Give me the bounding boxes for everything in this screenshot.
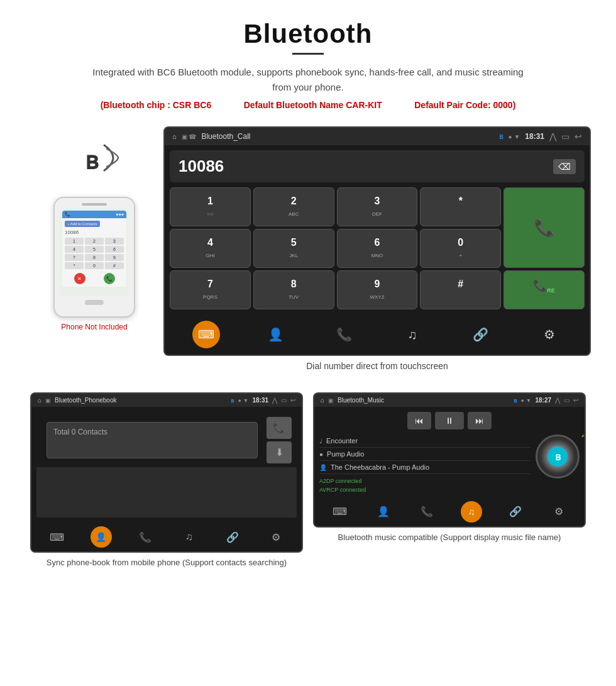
music-topbar: ⌂ ▣ Bluetooth_Music ʙ ● ▼ 18:27 ⋀ ▭ ↩ xyxy=(314,394,585,407)
expand-icon[interactable]: ⋀ xyxy=(549,131,556,141)
ms-window-icon[interactable]: ▭ xyxy=(564,397,569,404)
ms-link-icon[interactable]: 🔗 xyxy=(505,506,525,517)
dial-key-6[interactable]: 6MNO xyxy=(337,229,418,268)
pb-nav-icon: ▣ xyxy=(45,397,51,404)
phone-call-btn[interactable]: 📞 xyxy=(104,273,115,284)
dial-key-5[interactable]: 5JKL xyxy=(253,229,334,268)
ms-phone-icon[interactable]: 📞 xyxy=(417,506,437,517)
phone-icon[interactable]: 📞 xyxy=(332,327,357,342)
next-btn[interactable]: ⏭ xyxy=(468,412,492,429)
phone-key[interactable]: 2 xyxy=(85,238,104,245)
pb-contacts-icon[interactable]: 👤 xyxy=(91,526,112,548)
ms-home-icon[interactable]: ⌂ xyxy=(321,397,324,404)
phonebook-download-btn[interactable]: ⬇ xyxy=(267,441,292,463)
phone-bottom-bar: ✕ 📞 xyxy=(65,273,124,284)
phone-key[interactable]: 0 xyxy=(85,262,104,269)
phone-not-included-label: Phone Not Included xyxy=(61,323,127,331)
link-icon[interactable]: 🔗 xyxy=(468,327,493,342)
phone-key[interactable]: 4 xyxy=(65,246,84,253)
pb-keypad-icon[interactable]: ⌨ xyxy=(47,531,67,543)
add-contact-btn[interactable]: + Add to Contacts xyxy=(65,221,100,227)
pb-home-icon[interactable]: ⌂ xyxy=(38,397,41,404)
ms-bt-icon: ʙ xyxy=(514,397,517,404)
ms-contacts-icon[interactable]: 👤 xyxy=(373,506,393,517)
pb-music-icon[interactable]: ♫ xyxy=(179,531,199,543)
phonebook-caption-text: Sync phone-book from mobile phone (Suppo… xyxy=(47,558,287,567)
pb-link-icon[interactable]: 🔗 xyxy=(223,531,243,543)
ms-back-icon[interactable]: ↩ xyxy=(573,397,578,404)
dial-key-9[interactable]: 9WXYZ xyxy=(337,270,418,309)
dial-backspace-btn[interactable]: ⌫ xyxy=(553,159,576,174)
dial-key-8[interactable]: 8TUV xyxy=(253,270,334,309)
home-icon[interactable]: ⌂ xyxy=(172,133,177,140)
phone-key[interactable]: # xyxy=(105,262,124,269)
phone-key[interactable]: 8 xyxy=(85,254,104,261)
prev-btn[interactable]: ⏮ xyxy=(407,412,431,429)
dial-key-1[interactable]: 1○○ xyxy=(170,187,251,226)
dial-key-hash[interactable]: # xyxy=(420,270,501,309)
vinyl-bt-icon: ʙ xyxy=(547,446,568,467)
ms-keypad-icon[interactable]: ⌨ xyxy=(330,506,350,517)
track-person-icon: 👤 xyxy=(319,464,327,471)
dial-recall-btn[interactable]: 📞RE xyxy=(503,270,585,309)
dial-time: 18:31 xyxy=(525,132,544,141)
dial-key-3[interactable]: 3DEF xyxy=(337,187,418,226)
phone-key[interactable]: 5 xyxy=(85,246,104,253)
track-1-name: Encounter xyxy=(326,437,531,445)
play-pause-btn[interactable]: ⏸ xyxy=(435,412,464,429)
phonebook-caption: Sync phone-book from mobile phone (Suppo… xyxy=(30,556,303,569)
phonebook-block: ⌂ ▣ Bluetooth_Phonebook ʙ ● ▼ 18:31 ⋀ ▭ … xyxy=(25,387,308,574)
music-controls: ⏮ ⏸ ⏭ xyxy=(314,407,585,434)
page-description: Integrated with BC6 Bluetooth module, su… xyxy=(88,65,528,95)
ms-expand-icon[interactable]: ⋀ xyxy=(555,397,560,404)
music-icon[interactable]: ♫ xyxy=(400,328,425,342)
dial-key-2[interactable]: 2ABC xyxy=(253,187,334,226)
bluetooth-icon-wrapper: ʙ xyxy=(69,139,119,189)
phonebook-empty-area xyxy=(36,467,297,517)
phone-key[interactable]: 7 xyxy=(65,254,84,261)
svg-text:ʙ: ʙ xyxy=(85,148,99,174)
music-notes-icon: ♪ xyxy=(581,434,585,440)
page-header: Bluetooth Integrated with BC6 Bluetooth … xyxy=(0,0,616,126)
phonebook-search[interactable]: Total 0 Contacts xyxy=(47,422,258,458)
settings-icon[interactable]: ⚙ xyxy=(537,327,562,342)
spec-chip: (Bluetooth chip : CSR BC6 xyxy=(101,100,212,110)
pb-expand-icon[interactable]: ⋀ xyxy=(272,397,277,404)
phonebook-screen: ⌂ ▣ Bluetooth_Phonebook ʙ ● ▼ 18:31 ⋀ ▭ … xyxy=(30,392,303,553)
back-icon[interactable]: ↩ xyxy=(575,131,582,141)
phone-key[interactable]: 9 xyxy=(105,254,124,261)
track-3[interactable]: 👤 The Cheebacabra - Pump Audio xyxy=(319,461,531,474)
phone-key[interactable]: * xyxy=(65,262,84,269)
contacts-icon[interactable]: 👤 xyxy=(263,327,289,342)
ms-settings-icon[interactable]: ⚙ xyxy=(549,506,569,517)
vinyl-disc: ʙ xyxy=(536,434,580,479)
music-caption-text: Bluetooth music compatible (Support disp… xyxy=(338,533,561,542)
dial-key-4[interactable]: 4GHI xyxy=(170,229,251,268)
pb-phone-icon[interactable]: 📞 xyxy=(135,531,155,543)
phonebook-call-btn[interactable]: 📞 xyxy=(267,417,292,439)
keypad-icon[interactable]: ⌨ xyxy=(192,321,220,348)
phone-mockup: 📞 ●●● + Add to Contacts 10086 1 2 3 4 5 … xyxy=(53,197,135,318)
dial-key-star[interactable]: * xyxy=(420,187,501,226)
track-2[interactable]: ● Pump Audio xyxy=(319,448,531,461)
ms-music-icon[interactable]: ♫ xyxy=(461,501,482,523)
dial-key-0[interactable]: 0+ xyxy=(420,229,501,268)
track-1[interactable]: ♩ Encounter xyxy=(319,434,531,448)
phone-key[interactable]: 1 xyxy=(65,238,84,245)
phone-key[interactable]: 6 xyxy=(105,246,124,253)
phone-end-btn[interactable]: ✕ xyxy=(74,273,85,284)
phonebook-area: Total 0 Contacts 📞 ⬇ xyxy=(31,407,302,523)
dial-number-row: 10086 ⌫ xyxy=(170,150,585,182)
pb-back-icon[interactable]: ↩ xyxy=(290,397,295,404)
phone-key[interactable]: 3 xyxy=(105,238,124,245)
dial-app-title: Bluetooth_Call xyxy=(201,132,493,141)
dial-call-btn[interactable]: 📞 xyxy=(503,187,585,268)
pb-app-title: Bluetooth_Phonebook xyxy=(55,397,227,404)
phone-home-button[interactable] xyxy=(85,300,104,305)
dial-key-7[interactable]: 7PQRS xyxy=(170,270,251,309)
window-icon[interactable]: ▭ xyxy=(561,131,569,141)
pb-settings-icon[interactable]: ⚙ xyxy=(266,531,286,543)
pb-window-icon[interactable]: ▭ xyxy=(281,397,287,404)
music-caption: Bluetooth music compatible (Support disp… xyxy=(313,531,586,544)
phone-side: ʙ 📞 ●●● + Add to Contacts 10086 xyxy=(25,126,163,331)
